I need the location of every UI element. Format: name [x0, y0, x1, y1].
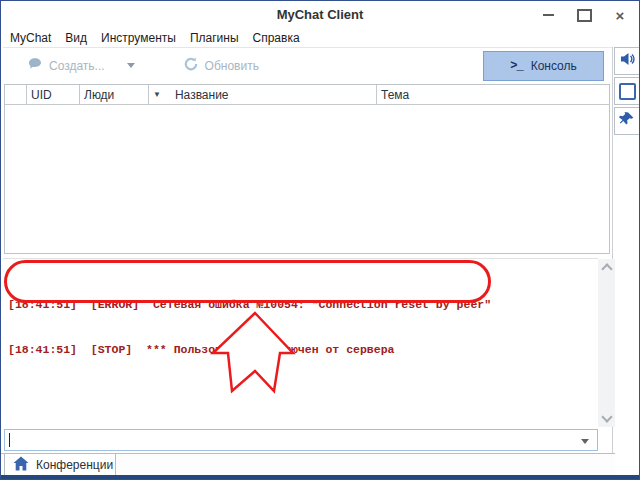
table-body-empty: [5, 105, 609, 254]
maximize-icon: [577, 9, 592, 22]
maximize-button[interactable]: [573, 5, 595, 25]
create-dropdown-button[interactable]: [119, 59, 143, 72]
minimize-button[interactable]: [537, 5, 559, 25]
sound-button[interactable]: [614, 47, 640, 75]
frame-button[interactable]: [614, 77, 640, 105]
console-prompt-icon: >_: [510, 59, 522, 73]
refresh-icon: [183, 56, 199, 75]
toolbar: Создать... Обновить >_ Консоль: [3, 48, 611, 83]
tab-conferences-label: Конференции: [36, 458, 113, 472]
console-scrollbar[interactable]: [598, 259, 615, 427]
pin-icon: [619, 111, 635, 131]
titlebar: MyChat Client ×: [1, 1, 639, 29]
pin-button[interactable]: [614, 107, 640, 135]
empty-frame-icon: [619, 83, 636, 100]
window-controls: ×: [537, 1, 631, 29]
console-toggle-button[interactable]: >_ Консоль: [483, 51, 604, 81]
column-header-uid[interactable]: UID: [27, 85, 80, 104]
log-line-stop: [18:41:51] [STOP] *** Пользователь отклю…: [8, 342, 491, 357]
close-button[interactable]: ×: [609, 5, 631, 25]
close-icon: ×: [616, 8, 625, 23]
scroll-down-icon[interactable]: [601, 411, 612, 422]
refresh-label: Обновить: [205, 59, 259, 73]
home-icon: [13, 456, 29, 474]
column-header-name-label: Название: [175, 88, 229, 102]
column-header-people[interactable]: Люди: [80, 85, 149, 104]
sort-desc-icon: ▼: [153, 90, 161, 99]
chat-bubble-icon: [27, 56, 43, 75]
text-cursor: [9, 433, 10, 447]
console-log-panel[interactable]: [18:41:51] [ERROR] Сетевая ошибка №10054…: [3, 258, 598, 428]
column-header-name[interactable]: ▼ Название: [149, 85, 377, 104]
console-log-lines: [18:41:51] [ERROR] Сетевая ошибка №10054…: [8, 267, 491, 387]
menu-mychat[interactable]: MyChat: [3, 31, 58, 45]
console-command-input[interactable]: [4, 429, 598, 451]
column-header-topic[interactable]: Тема: [377, 85, 609, 104]
chevron-down-icon: [127, 63, 135, 68]
refresh-button[interactable]: Обновить: [177, 52, 265, 79]
menu-tools[interactable]: Инструменты: [94, 31, 183, 45]
combobox-dropdown-icon[interactable]: [581, 439, 589, 444]
menu-help[interactable]: Справка: [246, 31, 307, 45]
window-bottom-edge: [1, 475, 640, 480]
tab-conferences[interactable]: Конференции: [4, 453, 116, 476]
mychat-window: MyChat Client × MyChat Вид Инструменты П…: [0, 0, 640, 480]
log-line-error: [18:41:51] [ERROR] Сетевая ошибка №10054…: [8, 297, 491, 312]
table-header: UID Люди ▼ Название Тема: [5, 85, 609, 105]
menu-plugins[interactable]: Плагины: [183, 31, 246, 45]
scroll-up-icon[interactable]: [601, 263, 612, 274]
column-header-empty[interactable]: [5, 85, 27, 104]
console-label: Консоль: [531, 59, 577, 73]
create-label: Создать...: [49, 59, 105, 73]
menu-view[interactable]: Вид: [58, 31, 94, 45]
menu-bar: MyChat Вид Инструменты Плагины Справка: [3, 29, 637, 48]
speaker-icon: [619, 51, 635, 71]
minimize-icon: [543, 14, 554, 16]
create-button[interactable]: Создать...: [21, 52, 111, 79]
conference-table: UID Люди ▼ Название Тема: [4, 84, 610, 254]
side-toolbar: [612, 47, 640, 475]
tab-bar: Конференции: [1, 453, 615, 476]
